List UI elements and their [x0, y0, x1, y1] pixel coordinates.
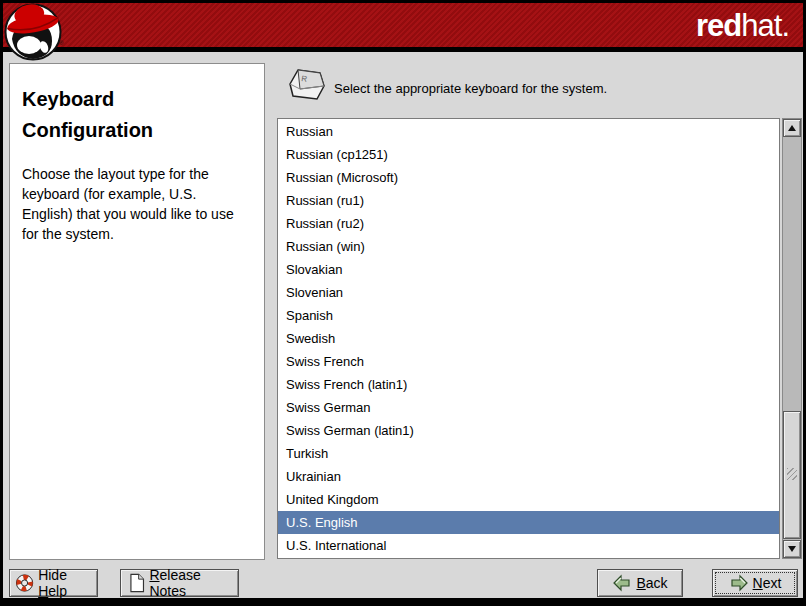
release-notes-button[interactable]: Release Notes: [120, 569, 239, 597]
scrollbar-thumb[interactable]: [783, 411, 801, 539]
redhat-wordmark: redhat.: [696, 8, 789, 44]
list-item[interactable]: Swiss German (latin1): [278, 419, 779, 442]
back-button[interactable]: Back: [597, 569, 683, 597]
list-item[interactable]: U.S. International: [278, 534, 779, 557]
arrow-right-icon: [729, 574, 749, 592]
list-item[interactable]: Russian: [278, 120, 779, 143]
top-banner: [3, 3, 803, 47]
list-item[interactable]: Turkish: [278, 442, 779, 465]
list-item[interactable]: Ukrainian: [278, 465, 779, 488]
wordmark-bold: red: [696, 8, 741, 43]
list-item[interactable]: Russian (cp1251): [278, 143, 779, 166]
button-label: Next: [753, 575, 782, 591]
redhat-shadowman-logo-icon: ®: [4, 3, 64, 63]
scroll-down-button[interactable]: [783, 540, 801, 558]
banner-divider: [3, 47, 803, 52]
list-item[interactable]: Swiss French (latin1): [278, 373, 779, 396]
list-item-selected[interactable]: U.S. English: [278, 511, 779, 534]
list-item[interactable]: Swiss German: [278, 396, 779, 419]
hide-help-button[interactable]: Hide Help: [9, 569, 98, 597]
help-text: Choose the layout type for the keyboard …: [22, 164, 250, 244]
button-label: Release Notes: [149, 567, 238, 599]
list-item[interactable]: Slovenian: [278, 281, 779, 304]
list-item[interactable]: Russian (win): [278, 235, 779, 258]
installer-window: redhat. ® Keyboard Configuration Choose …: [0, 0, 806, 606]
wordmark-light: hat.: [741, 8, 789, 43]
page-title: Keyboard Configuration: [22, 84, 250, 146]
document-icon: [129, 573, 145, 593]
next-button[interactable]: Next: [712, 569, 798, 597]
keyboard-key-icon: R: [286, 67, 328, 107]
arrow-left-icon: [612, 574, 632, 592]
list-item[interactable]: United Kingdom: [278, 488, 779, 511]
list-item[interactable]: Spanish: [278, 304, 779, 327]
list-item[interactable]: Swiss French: [278, 350, 779, 373]
arrow-up-icon: [788, 125, 796, 131]
button-label: Back: [636, 575, 667, 591]
button-label: Hide Help: [38, 567, 97, 599]
list-item[interactable]: Russian (Microsoft): [278, 166, 779, 189]
arrow-down-icon: [788, 546, 796, 552]
instruction-text: Select the appropriate keyboard for the …: [334, 81, 607, 96]
scroll-up-button[interactable]: [783, 119, 801, 137]
list-scrollbar[interactable]: [782, 118, 802, 559]
list-item[interactable]: Swedish: [278, 327, 779, 350]
list-item[interactable]: Russian (ru2): [278, 212, 779, 235]
list-item[interactable]: Slovakian: [278, 258, 779, 281]
help-panel: Keyboard Configuration Choose the layout…: [9, 63, 265, 560]
scrollbar-grip-icon: [787, 468, 797, 480]
keyboard-layout-list: Russian Russian (cp1251) Russian (Micros…: [277, 118, 780, 559]
svg-text:®: ®: [59, 40, 64, 46]
life-preserver-icon: [15, 573, 34, 593]
list-item[interactable]: Russian (ru1): [278, 189, 779, 212]
